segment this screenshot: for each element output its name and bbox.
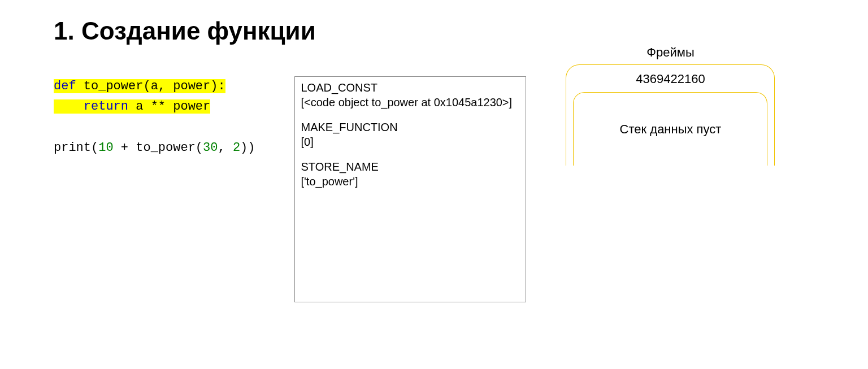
num-30: 30	[203, 141, 218, 155]
bc-op-store-name: STORE_NAME	[301, 159, 520, 174]
bc-arg-make-function: [0]	[301, 134, 520, 149]
bc-op-load-const: LOAD_CONST	[301, 80, 520, 95]
frame-id: 4369422160	[573, 72, 767, 86]
bc-arg-load-const: [<code object to_power at 0x1045a1230>]	[301, 95, 520, 110]
slide-container: 1. Создание функции def to_power(a, powe…	[0, 0, 868, 319]
plus-call: + to_power(	[114, 141, 203, 155]
func-name: to_power	[76, 79, 144, 93]
source-code: def to_power(a, power): return a ** powe…	[54, 76, 255, 158]
keyword-def: def	[54, 79, 76, 93]
num-2: 2	[233, 141, 240, 155]
bc-op-make-function: MAKE_FUNCTION	[301, 120, 520, 134]
frame-inner: Стек данных пуст	[573, 92, 767, 166]
bc-arg-store-name: ['to_power']	[301, 174, 520, 189]
frame-outer: 4369422160 Стек данных пуст	[566, 64, 775, 166]
bytecode-panel: LOAD_CONST [<code object to_power at 0x1…	[294, 76, 526, 302]
num-10: 10	[98, 141, 113, 155]
page-title: 1. Создание функции	[54, 17, 814, 45]
print-left: print(	[54, 141, 98, 155]
colon: :	[218, 79, 225, 93]
print-right: ))	[240, 141, 255, 155]
return-expr: a ** power	[128, 99, 210, 114]
comma: ,	[218, 141, 232, 155]
frames-title: Фреймы	[646, 45, 694, 60]
stack-empty-label: Стек данных пуст	[620, 122, 722, 137]
columns: def to_power(a, power): return a ** powe…	[54, 76, 814, 302]
func-params: (a, power)	[143, 79, 218, 93]
keyword-return: return	[84, 99, 128, 114]
frames-section: Фреймы 4369422160 Стек данных пуст	[566, 45, 775, 166]
